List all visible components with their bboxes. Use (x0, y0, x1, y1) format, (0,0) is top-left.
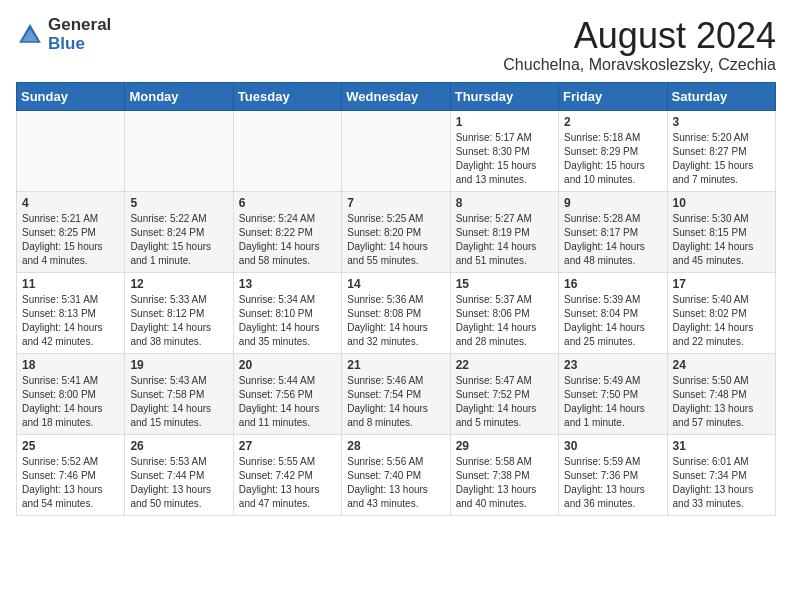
calendar-cell (342, 110, 450, 191)
day-info: Sunrise: 5:39 AMSunset: 8:04 PMDaylight:… (564, 293, 661, 349)
calendar-cell: 28Sunrise: 5:56 AMSunset: 7:40 PMDayligh… (342, 434, 450, 515)
day-number: 7 (347, 196, 444, 210)
calendar-cell: 30Sunrise: 5:59 AMSunset: 7:36 PMDayligh… (559, 434, 667, 515)
calendar-header-row: SundayMondayTuesdayWednesdayThursdayFrid… (17, 82, 776, 110)
calendar-cell: 17Sunrise: 5:40 AMSunset: 8:02 PMDayligh… (667, 272, 775, 353)
calendar-cell: 4Sunrise: 5:21 AMSunset: 8:25 PMDaylight… (17, 191, 125, 272)
calendar-cell: 29Sunrise: 5:58 AMSunset: 7:38 PMDayligh… (450, 434, 558, 515)
day-header-monday: Monday (125, 82, 233, 110)
calendar-cell: 26Sunrise: 5:53 AMSunset: 7:44 PMDayligh… (125, 434, 233, 515)
day-number: 20 (239, 358, 336, 372)
day-number: 24 (673, 358, 770, 372)
day-info: Sunrise: 5:24 AMSunset: 8:22 PMDaylight:… (239, 212, 336, 268)
day-info: Sunrise: 5:53 AMSunset: 7:44 PMDaylight:… (130, 455, 227, 511)
calendar-cell: 2Sunrise: 5:18 AMSunset: 8:29 PMDaylight… (559, 110, 667, 191)
title-area: August 2024 Chuchelna, Moravskoslezsky, … (503, 16, 776, 74)
day-info: Sunrise: 5:46 AMSunset: 7:54 PMDaylight:… (347, 374, 444, 430)
day-header-tuesday: Tuesday (233, 82, 341, 110)
calendar-week-row: 11Sunrise: 5:31 AMSunset: 8:13 PMDayligh… (17, 272, 776, 353)
day-info: Sunrise: 5:28 AMSunset: 8:17 PMDaylight:… (564, 212, 661, 268)
day-number: 2 (564, 115, 661, 129)
day-number: 23 (564, 358, 661, 372)
day-number: 29 (456, 439, 553, 453)
day-number: 30 (564, 439, 661, 453)
calendar-cell: 15Sunrise: 5:37 AMSunset: 8:06 PMDayligh… (450, 272, 558, 353)
calendar-cell: 23Sunrise: 5:49 AMSunset: 7:50 PMDayligh… (559, 353, 667, 434)
day-number: 17 (673, 277, 770, 291)
day-info: Sunrise: 5:52 AMSunset: 7:46 PMDaylight:… (22, 455, 119, 511)
day-info: Sunrise: 5:27 AMSunset: 8:19 PMDaylight:… (456, 212, 553, 268)
calendar-cell: 12Sunrise: 5:33 AMSunset: 8:12 PMDayligh… (125, 272, 233, 353)
calendar-cell: 20Sunrise: 5:44 AMSunset: 7:56 PMDayligh… (233, 353, 341, 434)
calendar-cell: 31Sunrise: 6:01 AMSunset: 7:34 PMDayligh… (667, 434, 775, 515)
calendar-cell: 22Sunrise: 5:47 AMSunset: 7:52 PMDayligh… (450, 353, 558, 434)
calendar-cell: 21Sunrise: 5:46 AMSunset: 7:54 PMDayligh… (342, 353, 450, 434)
page-title: August 2024 (503, 16, 776, 56)
day-info: Sunrise: 5:37 AMSunset: 8:06 PMDaylight:… (456, 293, 553, 349)
day-number: 18 (22, 358, 119, 372)
day-header-sunday: Sunday (17, 82, 125, 110)
day-number: 19 (130, 358, 227, 372)
calendar-cell (17, 110, 125, 191)
calendar-table: SundayMondayTuesdayWednesdayThursdayFrid… (16, 82, 776, 516)
day-info: Sunrise: 5:41 AMSunset: 8:00 PMDaylight:… (22, 374, 119, 430)
calendar-week-row: 4Sunrise: 5:21 AMSunset: 8:25 PMDaylight… (17, 191, 776, 272)
day-info: Sunrise: 5:21 AMSunset: 8:25 PMDaylight:… (22, 212, 119, 268)
day-number: 13 (239, 277, 336, 291)
calendar-week-row: 1Sunrise: 5:17 AMSunset: 8:30 PMDaylight… (17, 110, 776, 191)
day-info: Sunrise: 5:44 AMSunset: 7:56 PMDaylight:… (239, 374, 336, 430)
day-info: Sunrise: 5:18 AMSunset: 8:29 PMDaylight:… (564, 131, 661, 187)
day-info: Sunrise: 5:34 AMSunset: 8:10 PMDaylight:… (239, 293, 336, 349)
day-header-wednesday: Wednesday (342, 82, 450, 110)
day-info: Sunrise: 5:20 AMSunset: 8:27 PMDaylight:… (673, 131, 770, 187)
calendar-cell: 6Sunrise: 5:24 AMSunset: 8:22 PMDaylight… (233, 191, 341, 272)
day-number: 3 (673, 115, 770, 129)
day-info: Sunrise: 5:36 AMSunset: 8:08 PMDaylight:… (347, 293, 444, 349)
day-info: Sunrise: 5:56 AMSunset: 7:40 PMDaylight:… (347, 455, 444, 511)
logo: General Blue (16, 16, 111, 53)
calendar-cell (233, 110, 341, 191)
day-header-thursday: Thursday (450, 82, 558, 110)
day-number: 26 (130, 439, 227, 453)
day-info: Sunrise: 5:25 AMSunset: 8:20 PMDaylight:… (347, 212, 444, 268)
day-info: Sunrise: 5:17 AMSunset: 8:30 PMDaylight:… (456, 131, 553, 187)
day-info: Sunrise: 5:49 AMSunset: 7:50 PMDaylight:… (564, 374, 661, 430)
calendar-cell: 24Sunrise: 5:50 AMSunset: 7:48 PMDayligh… (667, 353, 775, 434)
day-info: Sunrise: 5:40 AMSunset: 8:02 PMDaylight:… (673, 293, 770, 349)
day-number: 4 (22, 196, 119, 210)
day-info: Sunrise: 5:47 AMSunset: 7:52 PMDaylight:… (456, 374, 553, 430)
calendar-cell: 19Sunrise: 5:43 AMSunset: 7:58 PMDayligh… (125, 353, 233, 434)
calendar-cell: 14Sunrise: 5:36 AMSunset: 8:08 PMDayligh… (342, 272, 450, 353)
day-number: 5 (130, 196, 227, 210)
day-info: Sunrise: 5:55 AMSunset: 7:42 PMDaylight:… (239, 455, 336, 511)
day-info: Sunrise: 5:22 AMSunset: 8:24 PMDaylight:… (130, 212, 227, 268)
day-number: 9 (564, 196, 661, 210)
day-number: 28 (347, 439, 444, 453)
calendar-cell: 10Sunrise: 5:30 AMSunset: 8:15 PMDayligh… (667, 191, 775, 272)
day-info: Sunrise: 5:59 AMSunset: 7:36 PMDaylight:… (564, 455, 661, 511)
calendar-cell: 7Sunrise: 5:25 AMSunset: 8:20 PMDaylight… (342, 191, 450, 272)
calendar-cell: 11Sunrise: 5:31 AMSunset: 8:13 PMDayligh… (17, 272, 125, 353)
calendar-cell: 27Sunrise: 5:55 AMSunset: 7:42 PMDayligh… (233, 434, 341, 515)
day-number: 21 (347, 358, 444, 372)
day-info: Sunrise: 5:31 AMSunset: 8:13 PMDaylight:… (22, 293, 119, 349)
day-number: 25 (22, 439, 119, 453)
day-number: 14 (347, 277, 444, 291)
logo-icon (16, 21, 44, 49)
calendar-cell (125, 110, 233, 191)
calendar-cell: 1Sunrise: 5:17 AMSunset: 8:30 PMDaylight… (450, 110, 558, 191)
day-number: 31 (673, 439, 770, 453)
day-header-friday: Friday (559, 82, 667, 110)
logo-blue-text: Blue (48, 35, 111, 54)
day-number: 1 (456, 115, 553, 129)
page-header: General Blue August 2024 Chuchelna, Mora… (16, 16, 776, 74)
day-number: 11 (22, 277, 119, 291)
day-number: 16 (564, 277, 661, 291)
calendar-week-row: 18Sunrise: 5:41 AMSunset: 8:00 PMDayligh… (17, 353, 776, 434)
day-number: 12 (130, 277, 227, 291)
page-subtitle: Chuchelna, Moravskoslezsky, Czechia (503, 56, 776, 74)
calendar-cell: 18Sunrise: 5:41 AMSunset: 8:00 PMDayligh… (17, 353, 125, 434)
day-info: Sunrise: 5:33 AMSunset: 8:12 PMDaylight:… (130, 293, 227, 349)
calendar-week-row: 25Sunrise: 5:52 AMSunset: 7:46 PMDayligh… (17, 434, 776, 515)
day-number: 10 (673, 196, 770, 210)
